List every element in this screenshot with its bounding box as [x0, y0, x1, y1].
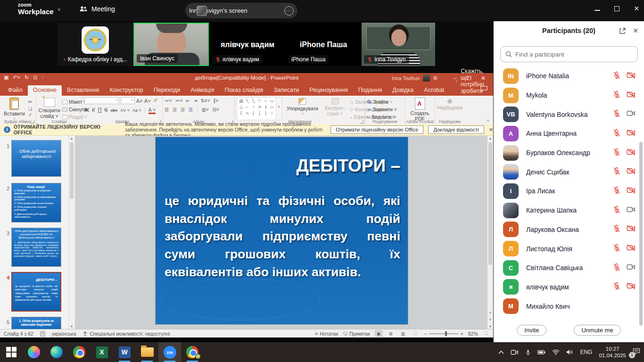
ribbon-tab[interactable]: Файл [3, 85, 28, 96]
participant-row[interactable]: I Іра Лисак [494, 181, 644, 201]
decrease-indent-icon[interactable]: ⇤ [186, 98, 190, 103]
participant-row[interactable]: Катерина Шапка [494, 201, 644, 220]
shrink-font-icon[interactable]: А˅ [144, 98, 151, 104]
participant-row[interactable]: Денис Сцибак [494, 162, 644, 181]
unmute-me-button[interactable]: Unmute me [574, 325, 620, 336]
tray-volume-icon[interactable] [566, 349, 573, 355]
main-slide[interactable]: ДЕБІТОРИ – це юридичні та фізичні особи,… [156, 137, 408, 324]
participant-row[interactable]: я ялівчук вадим [494, 278, 644, 297]
more-options-icon[interactable]: ··· [284, 6, 294, 16]
word-icon[interactable]: W [113, 342, 136, 362]
edge-icon[interactable] [45, 342, 68, 362]
strikethrough-abc-button[interactable]: abc [111, 108, 118, 113]
cut-icon[interactable]: ✂ [27, 99, 33, 105]
camera-status-icon[interactable] [627, 225, 636, 234]
align-text-icon[interactable]: ⊟˅ [213, 107, 219, 112]
bold-button[interactable]: Ж [84, 107, 89, 113]
search-input[interactable] [515, 51, 624, 58]
close-button[interactable]: ✕ [634, 5, 639, 12]
quick-styles-button[interactable]: Експрес- стилі ˅ [323, 97, 347, 120]
chrome-profile-icon[interactable] [181, 342, 204, 362]
font-name-combobox[interactable] [84, 97, 119, 104]
chrome-icon[interactable] [68, 342, 91, 362]
camera-status-icon[interactable] [627, 148, 636, 157]
close-panel-icon[interactable]: ✕ [633, 27, 638, 34]
mic-muted-icon[interactable] [613, 71, 620, 81]
tray-chevron-icon[interactable] [498, 350, 504, 354]
start-button[interactable] [0, 342, 23, 362]
previous-slide-icon[interactable]: ⇞ [487, 311, 493, 315]
align-center-icon[interactable]: ☰ [173, 107, 177, 112]
justify-icon[interactable]: ☰ [189, 107, 193, 112]
bullets-icon[interactable]: ≔˅ [165, 98, 172, 103]
mic-muted-icon[interactable] [613, 206, 620, 215]
camera-status-icon[interactable] [627, 167, 636, 176]
notes-proofing-icon[interactable] [40, 331, 45, 337]
italic-button[interactable]: К [92, 107, 95, 113]
notification-center-icon[interactable]: 1 [633, 348, 640, 357]
slide-thumbnail-2[interactable]: План лекції: 1. Облік розрахунків за вид… [11, 183, 61, 222]
excel-icon[interactable]: X [91, 342, 113, 362]
arrange-button[interactable]: Упорядкувати˅ [285, 97, 320, 120]
underline-button[interactable]: П [98, 107, 101, 113]
mic-muted-icon[interactable] [613, 244, 620, 254]
find-button[interactable]: Знайти [367, 99, 403, 105]
camera-status-icon[interactable] [627, 206, 636, 215]
font-size-combobox[interactable] [121, 97, 135, 104]
video-tile-kafedra[interactable]: Кафедра обліку і ауд... [58, 23, 133, 66]
tray-camera-icon[interactable] [511, 349, 519, 355]
tray-mic-icon[interactable] [525, 349, 531, 356]
mic-muted-icon[interactable] [613, 109, 620, 119]
taskbar-clock[interactable]: 10:27 01.04.2025 [599, 346, 626, 359]
collapse-ribbon-icon[interactable]: ˄ [487, 118, 489, 123]
ribbon-tab[interactable]: Acrobat [419, 85, 449, 96]
camera-status-icon[interactable] [627, 263, 636, 272]
comments-toggle[interactable]: 🗨 Примітки [343, 331, 370, 337]
language-switcher[interactable]: ENG [580, 349, 592, 355]
participant-row[interactable]: М Михайло Квич [494, 296, 644, 316]
maximize-button[interactable] [614, 6, 619, 11]
reading-view-icon[interactable]: ▥ [399, 330, 407, 337]
camera-status-icon[interactable] [627, 91, 636, 100]
change-case-button[interactable]: Аа ˅ [132, 108, 141, 113]
camera-status-icon[interactable] [627, 129, 636, 138]
participant-row[interactable]: IN iPhone Natalia [494, 66, 644, 86]
ribbon-tab[interactable]: Записати [268, 85, 304, 96]
video-tile-yalivchuk[interactable]: ялівчук вадим ялівчук вадим [210, 23, 285, 66]
create-pdf-button[interactable]: Создать PDF [407, 97, 433, 122]
increase-indent-icon[interactable]: ⇥ [193, 98, 197, 103]
format-painter-icon[interactable]: ✐ [27, 113, 33, 117]
line-spacing-icon[interactable]: ⇅≡˅ [200, 98, 210, 103]
text-direction-icon[interactable]: ∥˅ [214, 98, 219, 103]
ribbon-tab[interactable]: Анімація [185, 85, 219, 96]
ribbon-tab[interactable]: Подання [353, 85, 387, 96]
camera-status-icon[interactable] [627, 282, 636, 291]
ribbon-tab[interactable]: Переходи [149, 85, 186, 96]
fit-to-window-icon[interactable]: ⛶ [483, 330, 490, 337]
mic-muted-icon[interactable] [613, 224, 620, 234]
paste-button[interactable]: Вставити˅ [2, 97, 27, 121]
participant-row[interactable]: Л Листопад Юлія [494, 239, 644, 258]
addins-button[interactable]: Надбудови [437, 97, 462, 111]
ribbon-tab[interactable]: Показ слайдів [220, 85, 269, 96]
tray-battery-icon[interactable] [537, 350, 545, 355]
ribbon-tab[interactable]: Рецензування [304, 85, 353, 96]
slide-thumbnail-1[interactable]: . Облік дебіторської заборгованості [11, 140, 61, 177]
clear-format-icon[interactable]: ✐ [152, 98, 159, 104]
minimize-button[interactable] [594, 10, 600, 11]
mic-muted-icon[interactable] [613, 148, 620, 158]
align-left-icon[interactable]: ☰ [165, 107, 169, 112]
copilot-icon[interactable] [23, 342, 45, 362]
shapes-more-icon[interactable]: ⇕ [276, 97, 282, 120]
align-right-icon[interactable]: ☰ [181, 107, 185, 112]
participant-row[interactable]: A Анна Цвентарна [494, 124, 644, 143]
copy-icon[interactable]: ❏ [27, 107, 33, 111]
ribbon-display-icon[interactable]: ⊞ [433, 75, 438, 81]
slide-thumbnail-4-selected[interactable]: ДЕБІТОРИ – це юридичні та фізичні особи,… [11, 272, 61, 312]
mic-muted-icon[interactable] [613, 90, 620, 100]
zoom-percentage[interactable]: 82% [468, 331, 478, 337]
get-genuine-office-button[interactable]: Отримати ліцензійну версію Office [330, 125, 423, 134]
video-tile-iphone-pasha[interactable]: iPhone Паша iPhone Паша [286, 23, 361, 66]
columns-icon[interactable]: ▥˅ [201, 107, 208, 112]
mic-muted-icon[interactable] [613, 167, 620, 177]
